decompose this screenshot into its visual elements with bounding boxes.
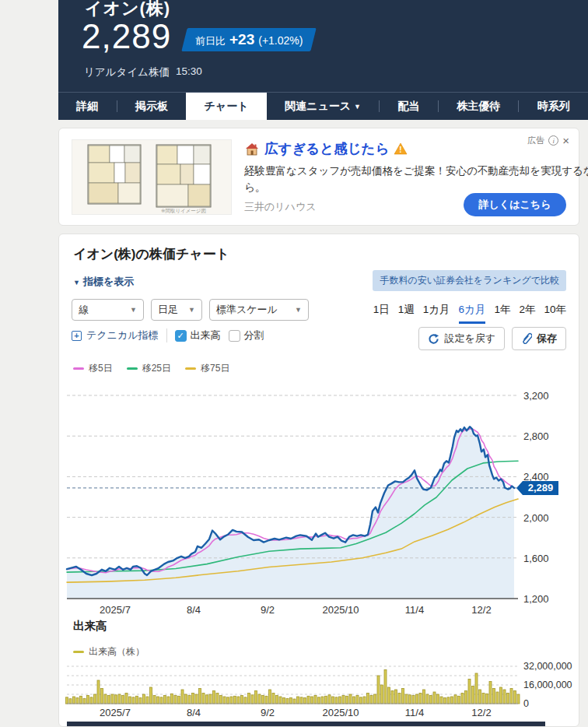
svg-text:11/4: 11/4 [405, 707, 424, 718]
warning-icon: ! [394, 142, 408, 155]
svg-text:2,289: 2,289 [528, 482, 554, 493]
change-percent: (+1.02%) [258, 34, 303, 47]
scale-select[interactable]: 標準スケール▼ [209, 299, 309, 321]
realtime-row: リアルタイム株価 15:30 [84, 65, 202, 79]
svg-text:9/2: 9/2 [261, 604, 275, 616]
ad-floorplan-image: ※間取りイメージ図 [72, 139, 232, 215]
period-10年[interactable]: 10年 [544, 303, 566, 324]
volume-title: 出来高 [73, 619, 107, 634]
checkbox-icon [229, 330, 240, 342]
chart-tools: + テクニカル指標 ✓ 出来高 分割 [72, 328, 264, 342]
house-icon [244, 142, 260, 156]
nav-tab-チャート[interactable]: チャート [186, 93, 267, 120]
change-value: +23 [229, 31, 254, 48]
next-section-edge [67, 722, 545, 727]
ad-cta-button[interactable]: 詳しくはこちら [464, 193, 566, 216]
chart-style-select[interactable]: 線▼ [72, 299, 144, 321]
ad-badge: 広告 [527, 135, 544, 146]
svg-text:32,000,000: 32,000,000 [523, 661, 572, 672]
change-label: 前日比 [195, 34, 226, 48]
floorplan-caption: ※間取りイメージ図 [161, 208, 206, 214]
main-column: イオン(株) 2,289 前日比 +23 (+1.02%) リアルタイム株価 1… [58, 0, 588, 727]
ad-card[interactable]: ※間取りイメージ図 広告 i × 広すぎると感じたら ! [58, 128, 579, 226]
quote-time: 15:30 [176, 65, 202, 79]
svg-text:2,000: 2,000 [523, 512, 549, 524]
svg-text:1,600: 1,600 [523, 553, 549, 564]
svg-text:0: 0 [523, 698, 529, 709]
legend-item-移5日: 移5日 [73, 362, 113, 375]
nav-tab-関連ニュース[interactable]: 関連ニュース▼ [267, 93, 380, 120]
legend-item-移75日: 移75日 [185, 362, 229, 375]
technical-indicator-button[interactable]: + テクニカル指標 [72, 328, 159, 342]
chevron-down-icon: ▼ [295, 306, 302, 314]
ad-close-icon[interactable]: × [562, 135, 569, 146]
refresh-icon [428, 333, 439, 345]
svg-text:12/2: 12/2 [471, 707, 491, 718]
svg-text:16,000,000: 16,000,000 [523, 680, 572, 690]
ad-title-text: 広すぎると感じたら [264, 139, 389, 158]
floorplan-illustration: ※間取りイメージ図 [72, 140, 231, 214]
indicator-toggle[interactable]: ▼指標を表示 [73, 275, 134, 289]
legend-item-移25日: 移25日 [127, 362, 171, 375]
volume-legend: 出来高（株） [73, 645, 145, 659]
svg-text:8/4: 8/4 [187, 604, 201, 616]
svg-text:2025/10: 2025/10 [323, 604, 359, 616]
svg-text:2025/7: 2025/7 [100, 707, 131, 718]
broker-compare-link[interactable]: 手数料の安い証券会社をランキングで比較 [373, 270, 566, 291]
checkbox-icon: ✓ [175, 330, 187, 342]
nav-tab-配当[interactable]: 配当 [380, 93, 438, 120]
chevron-down-icon: ▼ [130, 306, 137, 314]
price-chart[interactable]: 1,2001,6002,0002,4002,8003,2002025/78/49… [59, 386, 579, 620]
period-1年[interactable]: 1年 [494, 303, 510, 324]
chevron-down-icon: ▼ [354, 103, 361, 111]
period-2年[interactable]: 2年 [519, 303, 535, 324]
volume-chart[interactable]: 32,000,00016,000,00002025/78/49/22025/10… [59, 661, 579, 722]
svg-text:2025/7: 2025/7 [100, 604, 131, 616]
ad-meta: 広告 i × [527, 135, 569, 146]
chart-section-title: イオン(株)の株価チャート [73, 245, 229, 263]
svg-text:2025/10: 2025/10 [323, 707, 359, 718]
svg-text:2,800: 2,800 [523, 430, 549, 442]
divider [166, 328, 167, 342]
ad-body: 経験豊富なスタッフが売却価格をご提案！安心の不動産売却を実現するなら。 [244, 163, 588, 196]
svg-text:9/2: 9/2 [261, 707, 275, 718]
ad-info-icon[interactable]: i [548, 135, 558, 146]
plus-square-icon: + [72, 331, 82, 341]
nav-tabs: 詳細掲示板チャート関連ニュース▼配当株主優待時系列 [58, 92, 588, 120]
interval-select[interactable]: 日足▼ [151, 299, 202, 321]
svg-text:8/4: 8/4 [187, 707, 201, 718]
legend-dash-icon [127, 367, 138, 370]
svg-text:1,200: 1,200 [523, 593, 549, 605]
chevron-down-icon: ▼ [188, 306, 195, 314]
chart-type-controls: 線▼ 日足▼ 標準スケール▼ [72, 299, 309, 321]
period-1日[interactable]: 1日 [373, 303, 390, 324]
stock-header: イオン(株) 2,289 前日比 +23 (+1.02%) リアルタイム株価 1… [58, 0, 588, 92]
nav-tab-株主優待[interactable]: 株主優待 [439, 93, 519, 120]
period-1週[interactable]: 1週 [398, 303, 415, 324]
volume-checkbox[interactable]: ✓ 出来高 [175, 328, 221, 342]
svg-text:!: ! [400, 146, 402, 154]
realtime-label: リアルタイム株価 [84, 65, 170, 79]
nav-tab-時系列[interactable]: 時系列 [519, 93, 588, 120]
nav-tab-掲示板[interactable]: 掲示板 [117, 93, 187, 120]
paperclip-icon [521, 332, 532, 345]
period-1カ月[interactable]: 1カ月 [423, 303, 450, 324]
period-6カ月[interactable]: 6カ月 [459, 303, 486, 324]
ad-advertiser: 三井のリハウス [244, 200, 317, 214]
legend-dash-icon [73, 367, 84, 370]
chart-buttons: 設定を戻す 保存 [418, 327, 566, 350]
ad-title[interactable]: 広すぎると感じたら ! [244, 139, 408, 158]
chart-card: イオン(株)の株価チャート ▼指標を表示 手数料の安い証券会社をランキングで比較… [58, 234, 579, 727]
page: イオン(株) 2,289 前日比 +23 (+1.02%) リアルタイム株価 1… [0, 0, 588, 727]
triangle-down-icon: ▼ [73, 279, 80, 286]
legend-dash-icon [185, 367, 196, 370]
nav-tab-詳細[interactable]: 詳細 [58, 93, 117, 120]
svg-text:3,200: 3,200 [523, 390, 549, 402]
legend-dash-icon [73, 651, 84, 653]
stock-price: 2,289 [82, 17, 171, 56]
svg-text:11/4: 11/4 [405, 604, 424, 616]
reset-settings-button[interactable]: 設定を戻す [418, 327, 505, 350]
save-button[interactable]: 保存 [512, 327, 566, 350]
ma-legend: 移5日移25日移75日 [73, 362, 229, 375]
split-checkbox[interactable]: 分割 [229, 328, 264, 342]
